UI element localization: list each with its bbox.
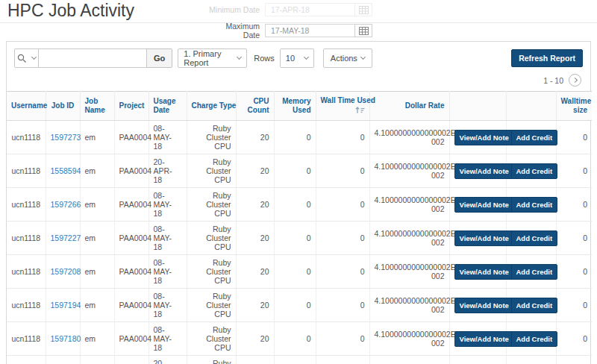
column-header-credit-btn[interactable] [506,92,556,121]
job-id-link[interactable]: 1597266 [51,200,81,209]
column-header-label: Project [119,101,145,110]
search-options-button[interactable] [14,48,39,68]
sort-ascending-icon[interactable] [355,107,365,113]
cell-credit-btn: Add Credit [506,289,556,322]
cell-note-btn: View/Add Note [449,222,506,255]
cell-usage-date: 08-MAY-18 [149,322,187,356]
job-id-link[interactable]: 1597227 [51,233,81,242]
job-id-link[interactable]: 1597208 [51,267,81,276]
cell-job-id: 1558916 [46,356,80,364]
cell-credit-btn: Add Credit [506,356,556,364]
job-id-link[interactable]: 1597194 [51,301,81,310]
cell-credit-btn: Add Credit [506,255,556,289]
table-row: ucn11181597180emPAA000408-MAY-18Ruby Clu… [7,322,592,356]
cell-charge-type: Ruby ClusterCPU [187,154,236,188]
cell-usage-date: 08-MAY-18 [149,289,187,322]
column-header-dollar-rate[interactable]: Dollar Rate [369,92,449,121]
refresh-report-button[interactable]: Refresh Report [511,49,583,67]
minimum-date-calendar-button[interactable] [354,3,372,16]
cell-usage-date: 08-MAY-18 [149,188,187,222]
cell-walltime-size: 0 [556,121,592,154]
view-add-note-button[interactable]: View/Add Note [454,197,514,213]
job-id-link[interactable]: 1558594 [51,166,81,175]
minimum-date-label: Minimum Date [207,5,260,14]
maximum-date-calendar-button[interactable] [354,24,372,37]
view-add-note-button[interactable]: View/Add Note [454,331,514,347]
cell-charge-type: Ruby ClusterCPU [187,222,236,255]
add-credit-button[interactable]: Add Credit [511,230,558,246]
cell-credit-btn: Add Credit [506,222,556,255]
column-header-wall-time-used[interactable]: Wall Time Used [316,92,369,121]
cell-memory-used: 0 [274,154,316,188]
add-credit-button[interactable]: Add Credit [511,264,558,280]
cell-job-id: 1597194 [46,289,80,322]
saved-report-select[interactable]: 1. Primary Report [178,48,247,68]
column-header-note-btn[interactable] [449,92,506,121]
cell-job-id: 1597208 [46,255,80,289]
column-header-label: Walltime size [561,97,592,114]
cell-note-btn: View/Add Note [449,255,506,289]
view-add-note-button[interactable]: View/Add Note [454,163,514,179]
cell-job-name: eq [80,356,114,364]
cell-memory-used: 0 [274,121,316,154]
view-add-note-button[interactable]: View/Add Note [454,298,514,313]
column-header-walltime-size[interactable]: Walltime size [556,92,592,121]
cell-job-name: em [80,222,114,255]
cell-credit-btn: Add Credit [506,154,556,188]
cell-job-id: 1597227 [46,222,80,255]
cell-wall-time-used: 0 [316,154,369,188]
job-id-link[interactable]: 1597273 [51,133,81,142]
cell-wall-time-used: 0 [316,255,369,289]
go-button[interactable]: Go [147,48,172,68]
column-header-usage-date[interactable]: Usage Date [149,92,187,121]
table-row: ucn11181597208emPAA000408-MAY-18Ruby Clu… [7,255,592,289]
cell-cpu-count: 20 [236,356,274,364]
column-header-username[interactable]: Username [7,92,46,121]
next-page-button[interactable] [569,74,581,87]
cell-credit-btn: Add Credit [506,121,556,154]
column-header-cpu-count[interactable]: CPU Count [236,92,274,121]
cell-dollar-rate: 4.1000000000000002E-002 [369,255,449,289]
chevron-down-icon [360,54,366,60]
rows-select[interactable]: 10 [280,48,314,68]
actions-menu-button[interactable]: Actions [323,48,372,68]
cell-usage-date: 08-MAY-18 [149,121,187,154]
minimum-date-input[interactable] [265,3,354,16]
maximum-date-field: Maximum Date [207,22,372,40]
cell-cpu-count: 20 [236,188,274,222]
view-add-note-button[interactable]: View/Add Note [454,264,514,280]
cell-walltime-size: 0 [556,188,592,222]
column-header-project[interactable]: Project [114,92,149,121]
add-credit-button[interactable]: Add Credit [511,197,558,213]
column-header-memory-used[interactable]: Memory Used [274,92,316,121]
cell-dollar-rate: 4.1000000000000002E-002 [369,289,449,322]
cell-cpu-count: 20 [236,222,274,255]
cell-username: ucn1118 [7,255,46,289]
cell-dollar-rate: 4.1000000000000002E-002 [369,356,449,364]
search-input[interactable] [39,48,147,68]
calendar-icon [359,27,369,35]
cell-username: ucn1118 [7,154,46,188]
add-credit-button[interactable]: Add Credit [511,331,558,347]
chevron-down-icon [237,54,242,60]
pagination-top: 1 - 10 [7,71,590,91]
saved-report-select-value: 1. Primary Report [184,49,234,67]
cell-job-id: 1597180 [46,322,80,356]
maximum-date-label: Maximum Date [207,22,260,40]
column-header-job-name[interactable]: Job Name [80,92,114,121]
maximum-date-input[interactable] [265,24,354,37]
chevron-right-icon [572,78,577,83]
cell-memory-used: 0 [274,289,316,322]
view-add-note-button[interactable]: View/Add Note [454,130,514,145]
cell-username: ucn1118 [7,188,46,222]
cell-credit-btn: Add Credit [506,188,556,222]
add-credit-button[interactable]: Add Credit [511,163,558,179]
add-credit-button[interactable]: Add Credit [511,298,558,313]
job-id-link[interactable]: 1597180 [51,334,81,343]
column-header-charge-type[interactable]: Charge Type [187,92,236,121]
column-header-job-id[interactable]: Job ID [46,92,80,121]
column-header-label: Usage Date [154,97,176,114]
search-bar: Go [14,48,172,68]
add-credit-button[interactable]: Add Credit [511,130,558,145]
view-add-note-button[interactable]: View/Add Note [454,230,514,246]
